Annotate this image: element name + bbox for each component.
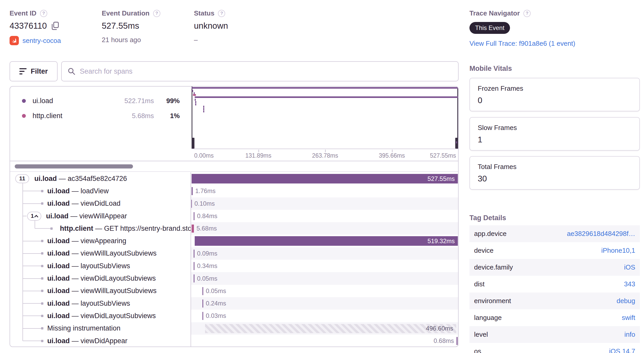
- help-icon[interactable]: ?: [523, 10, 531, 17]
- tag-value-link[interactable]: 343: [624, 280, 635, 288]
- help-icon[interactable]: ?: [153, 10, 160, 17]
- span-tree-row[interactable]: ui.load — viewWillLayoutSubviews: [10, 247, 191, 260]
- span-waterfall-row[interactable]: 0.34ms: [191, 260, 458, 272]
- span-tree-row[interactable]: ui.load — loadView: [10, 185, 191, 197]
- filter-button[interactable]: Filter: [10, 61, 58, 81]
- tree-connector-dot: [41, 327, 43, 329]
- span-tree-row[interactable]: ui.load — viewDidLoad: [10, 197, 191, 210]
- span-waterfall-row[interactable]: 0.05ms: [191, 272, 458, 285]
- span-bar[interactable]: [202, 312, 203, 320]
- span-row[interactable]: ui.load — layoutSubViews0.34ms: [10, 260, 458, 272]
- help-icon[interactable]: ?: [218, 10, 225, 17]
- span-waterfall-row[interactable]: 5.68ms: [191, 222, 458, 235]
- trace-minimap[interactable]: [192, 87, 458, 149]
- span-row[interactable]: ui.load — layoutSubViews0.24ms: [10, 297, 458, 310]
- span-children-chip[interactable]: 1: [27, 212, 41, 221]
- span-bar[interactable]: [194, 274, 194, 282]
- span-children-chip[interactable]: 11: [15, 174, 29, 183]
- span-waterfall-row[interactable]: 0.24ms: [191, 297, 458, 310]
- span-row[interactable]: 11ui.load — ac354af5e82c4726527.55ms: [10, 172, 458, 185]
- span-row[interactable]: ui.load — viewDidAppear0.68ms: [10, 335, 458, 347]
- tag-value-link[interactable]: iPhone10,1: [601, 247, 635, 255]
- span-bar[interactable]: [202, 300, 203, 308]
- tag-value-link[interactable]: iOS 14.7: [609, 347, 635, 353]
- span-tree-row[interactable]: Missing instrumentation: [10, 322, 191, 335]
- missing-instrumentation-bar[interactable]: 496.60ms: [205, 324, 456, 333]
- tree-scrollband: [10, 161, 458, 172]
- span-row[interactable]: ui.load — loadView1.76ms: [10, 185, 458, 197]
- tag-row: environmentdebug: [469, 293, 640, 309]
- span-row[interactable]: http.client — GET https://sentry-brand.s…: [10, 222, 458, 235]
- vital-value: 0: [478, 96, 632, 105]
- span-tree-row[interactable]: ui.load — layoutSubViews: [10, 297, 191, 310]
- span-row[interactable]: ui.load — viewDidLayoutSubviews0.03ms: [10, 310, 458, 322]
- tag-value-link[interactable]: info: [624, 331, 635, 339]
- span-row[interactable]: Missing instrumentation496.60ms: [10, 322, 458, 335]
- span-row[interactable]: ui.load — viewWillLayoutSubviews0.05ms: [10, 285, 458, 297]
- copy-icon[interactable]: [51, 21, 59, 30]
- span-row[interactable]: ui.load — viewWillLayoutSubviews0.09ms: [10, 247, 458, 260]
- span-tree-row[interactable]: ui.load — viewDidLayoutSubviews: [10, 310, 191, 322]
- span-tree-row[interactable]: 1ui.load — viewWillAppear: [10, 210, 191, 222]
- span-tree-row[interactable]: ui.load — viewWillLayoutSubviews: [10, 285, 191, 297]
- span-waterfall-row[interactable]: 527.55ms: [191, 172, 458, 185]
- span-waterfall-row[interactable]: 1.76ms: [191, 185, 458, 197]
- tag-key: dist: [474, 280, 484, 288]
- tag-value-link[interactable]: ae3829618d484298f…: [567, 230, 635, 238]
- tag-key: environment: [474, 297, 511, 305]
- span-tree-row[interactable]: http.client — GET https://sentry-brand.s…: [10, 222, 191, 235]
- span-waterfall-row[interactable]: 0.09ms: [191, 247, 458, 260]
- span-bar[interactable]: [202, 287, 203, 295]
- span-label: ui.load — layoutSubViews: [47, 300, 130, 308]
- span-bar[interactable]: [194, 262, 194, 270]
- tree-connector-dot: [41, 190, 43, 192]
- tag-value-link[interactable]: iOS: [624, 263, 635, 271]
- horizontal-scrollbar-thumb[interactable]: [15, 164, 133, 168]
- tree-connector: [23, 203, 42, 204]
- span-tree-row[interactable]: ui.load — layoutSubViews: [10, 260, 191, 272]
- span-bar[interactable]: [192, 187, 193, 195]
- tag-row: device.familyiOS: [469, 259, 640, 276]
- project-link[interactable]: sentry-cocoa: [22, 37, 61, 45]
- span-tree-row[interactable]: ui.load — viewDidLayoutSubviews: [10, 272, 191, 285]
- tree-connector: [35, 228, 51, 229]
- span-tree-row[interactable]: 11ui.load — ac354af5e82c4726: [10, 172, 191, 185]
- span-waterfall-row[interactable]: 0.84ms: [191, 210, 458, 222]
- tree-connector-dot: [50, 227, 53, 230]
- span-tree-row[interactable]: ui.load — viewDidAppear: [10, 335, 191, 347]
- span-waterfall-row[interactable]: 0.05ms: [191, 285, 458, 297]
- span-row[interactable]: ui.load — viewDidLoad0.10ms: [10, 197, 458, 210]
- span-waterfall-row[interactable]: 496.60ms: [191, 322, 458, 335]
- span-waterfall-row[interactable]: 519.32ms: [191, 235, 458, 247]
- span-row[interactable]: ui.load — viewDidLayoutSubviews0.05ms: [10, 272, 458, 285]
- span-bar[interactable]: 519.32ms: [195, 236, 458, 246]
- span-bar[interactable]: [192, 225, 194, 233]
- span-bar[interactable]: 527.55ms: [192, 174, 458, 183]
- trace-navigator-label: Trace Navigator: [469, 9, 520, 17]
- span-waterfall-row[interactable]: 0.10ms: [191, 197, 458, 210]
- span-bar[interactable]: [191, 200, 192, 208]
- span-waterfall-row[interactable]: 0.03ms: [191, 310, 458, 322]
- tag-value-link[interactable]: swift: [622, 314, 635, 322]
- span-bar[interactable]: [457, 337, 458, 345]
- span-tree-row[interactable]: ui.load — viewAppearing: [10, 235, 191, 247]
- legend-item: http.client5.68ms1%: [22, 108, 180, 123]
- view-full-trace-link[interactable]: View Full Trace: f901a8e6 (1 event): [469, 40, 575, 47]
- tag-value-link[interactable]: debug: [617, 297, 635, 305]
- span-row[interactable]: 1ui.load — viewWillAppear0.84ms: [10, 210, 458, 222]
- status-detail: –: [194, 36, 198, 44]
- span-bar[interactable]: [194, 212, 194, 220]
- minimap-span-tick: [456, 141, 457, 143]
- this-event-badge: This Event: [469, 22, 510, 34]
- search-input[interactable]: [80, 67, 458, 75]
- span-waterfall-row[interactable]: 0.68ms: [191, 335, 458, 347]
- tag-row: deviceiPhone10,1: [469, 242, 640, 259]
- span-row[interactable]: ui.load — viewAppearing519.32ms: [10, 235, 458, 247]
- span-bar[interactable]: [194, 250, 194, 258]
- tag-row: levelinfo: [469, 326, 640, 343]
- ops-breakdown-legend: ui.load522.71ms99%http.client5.68ms1%: [10, 87, 191, 161]
- legend-op-duration: 5.68ms: [132, 112, 154, 120]
- help-icon[interactable]: ?: [40, 10, 47, 17]
- span-duration-label: 0.09ms: [197, 247, 217, 260]
- minimap-left-handle[interactable]: [192, 138, 194, 149]
